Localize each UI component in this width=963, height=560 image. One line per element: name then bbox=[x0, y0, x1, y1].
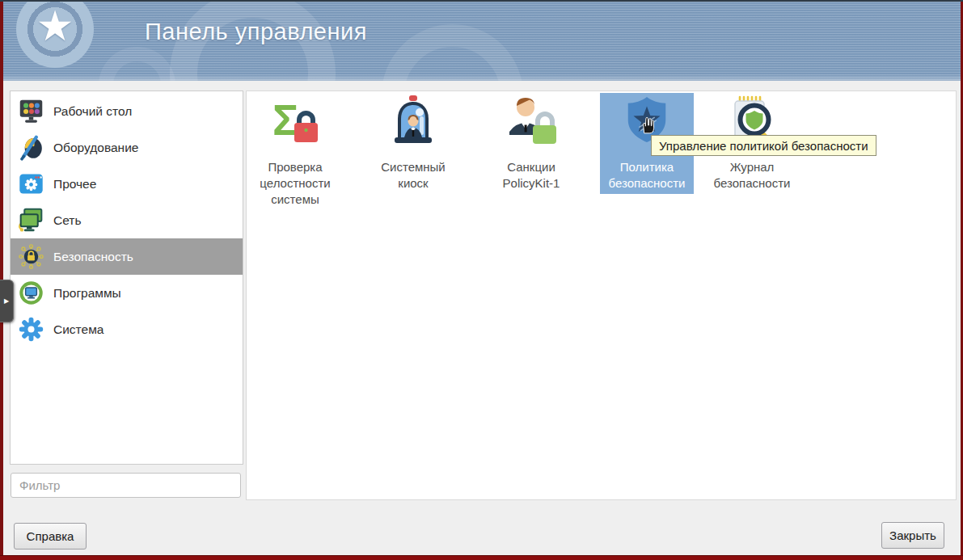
sidebar-item-programs[interactable]: Программы bbox=[11, 275, 243, 311]
tooltip: Управление политикой безопасности bbox=[651, 135, 876, 156]
close-button[interactable]: Закрыть bbox=[881, 522, 944, 549]
system-icon bbox=[18, 316, 44, 343]
module-integrity-check[interactable]: Σ Проверка целостности системы bbox=[248, 93, 342, 208]
module-policykit-sanctions[interactable]: Санкции PolicyKit-1 bbox=[484, 93, 578, 192]
window-border-top bbox=[0, 0, 963, 2]
window-border-bottom bbox=[0, 555, 963, 560]
hardware-icon bbox=[18, 134, 44, 161]
window-title: Панель управления bbox=[145, 19, 367, 45]
module-label: Политика безопасности bbox=[600, 159, 694, 192]
desktop-icon bbox=[18, 98, 44, 124]
sidebar-item-hardware[interactable]: Оборудование bbox=[11, 129, 243, 166]
integrity-check-icon: Σ bbox=[269, 95, 321, 146]
system-kiosk-icon bbox=[387, 95, 439, 146]
sidebar-item-label: Рабочий стол bbox=[53, 104, 132, 119]
star-logo-icon: ★ bbox=[16, 2, 94, 68]
network-icon bbox=[18, 207, 44, 234]
filter-input[interactable] bbox=[11, 473, 241, 498]
window-header: ★ Панель управления bbox=[3, 2, 961, 81]
control-panel-window: ★ Панель управления Рабочий стол Оборудо… bbox=[0, 0, 963, 560]
gear-decoration-icon bbox=[99, 47, 175, 81]
sidebar-item-label: Безопасность bbox=[53, 250, 133, 264]
sidebar-item-label: Оборудование bbox=[53, 141, 138, 155]
sidebar-item-security[interactable]: Безопасность bbox=[11, 238, 243, 275]
module-label: Санкции PolicyKit-1 bbox=[484, 159, 578, 192]
security-icon bbox=[18, 243, 44, 270]
misc-icon bbox=[18, 171, 44, 197]
sidebar-item-system[interactable]: Система bbox=[11, 311, 243, 347]
sidebar-item-network[interactable]: Сеть bbox=[11, 202, 243, 238]
category-list: Рабочий стол Оборудование Прочее Сеть Бе… bbox=[10, 91, 243, 465]
gear-decoration-icon bbox=[382, 24, 523, 81]
sidebar-item-label: Прочее bbox=[53, 177, 96, 192]
module-system-kiosk[interactable]: Системный киоск bbox=[366, 93, 460, 192]
sidebar-item-label: Система bbox=[53, 322, 103, 337]
programs-icon bbox=[18, 280, 44, 306]
module-label: Проверка целостности системы bbox=[248, 159, 342, 208]
sidebar-item-label: Сеть bbox=[53, 213, 81, 228]
sidebar-item-misc[interactable]: Прочее bbox=[11, 166, 243, 202]
hand-cursor-icon bbox=[637, 114, 658, 138]
help-button[interactable]: Справка bbox=[14, 523, 87, 549]
policykit-sanctions-icon bbox=[505, 95, 557, 146]
expand-arrow-icon: ▶ bbox=[4, 298, 9, 305]
sidebar-item-label: Программы bbox=[53, 286, 121, 301]
sidebar-item-desktop[interactable]: Рабочий стол bbox=[11, 93, 243, 129]
module-label: Журнал безопасности bbox=[705, 159, 799, 192]
module-label: Системный киоск bbox=[366, 159, 460, 192]
drawer-handle[interactable]: ▶ bbox=[0, 280, 14, 322]
